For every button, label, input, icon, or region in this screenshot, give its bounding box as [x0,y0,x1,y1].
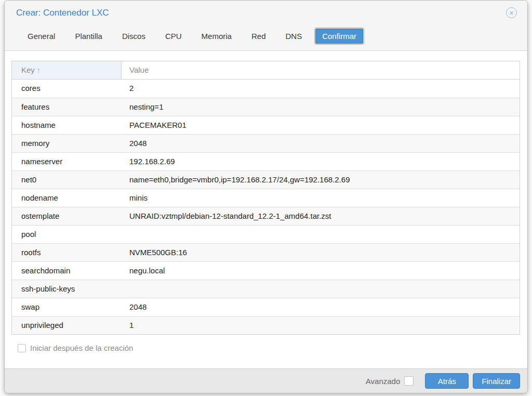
dialog-footer: Avanzado Atrás Finalizar [5,368,527,393]
row-value: 2048 [122,135,520,152]
row-key: features [12,98,122,116]
tab-dns[interactable]: DNS [279,29,308,43]
row-value: minis [122,189,520,207]
row-key: unprivileged [12,316,122,334]
tab-bar: GeneralPlantillaDiscosCPUMemoriaRedDNSCo… [21,27,516,45]
table-row[interactable]: swap 2048 [12,298,520,316]
tab-discos[interactable]: Discos [116,29,152,43]
row-value: NVME500GB:16 [122,244,520,261]
start-after-create-option: Iniciar después de la creación [18,344,527,352]
sort-ascending-icon: ↑ [37,65,41,74]
create-lxc-dialog: Crear: Contenedor LXC × GeneralPlantilla… [4,0,528,393]
row-value: negu.local [122,262,520,280]
row-key: nameserver [12,153,122,170]
table-row[interactable]: ssh-public-keys [12,280,520,298]
tab-confirmar[interactable]: Confirmar [315,29,363,44]
back-button[interactable]: Atrás [425,373,469,389]
tab-general[interactable]: General [21,29,61,43]
row-value [122,226,520,243]
advanced-label: Avanzado [366,377,400,386]
close-icon[interactable]: × [506,7,517,18]
table-row[interactable]: unprivileged 1 [12,316,520,334]
tab-cpu[interactable]: CPU [159,29,188,43]
tab-plantilla[interactable]: Plantilla [69,29,109,43]
row-value: nesting=1 [122,98,520,116]
advanced-checkbox[interactable] [404,376,414,386]
start-after-create-label: Iniciar después de la creación [30,344,133,352]
table-row[interactable]: ostemplate UNRAID:vztmpl/debian-12-stand… [12,207,520,225]
row-key: pool [12,226,122,243]
table-row[interactable]: nameserver 192.168.2.69 [12,152,520,170]
row-key: ostemplate [12,207,122,225]
table-row[interactable]: hostname PACEMAKER01 [12,116,520,134]
table-row[interactable]: rootfs NVME500GB:16 [12,243,520,261]
row-key: searchdomain [12,262,122,280]
key-column-label: Key [21,65,35,74]
row-value: PACEMAKER01 [122,116,520,134]
tab-red[interactable]: Red [245,29,272,43]
row-key: ssh-public-keys [12,280,122,298]
column-header-key[interactable]: Key↑ [12,61,122,79]
table-row[interactable]: memory 2048 [12,134,520,152]
table-row[interactable]: net0 name=eth0,bridge=vmbr0,ip=192.168.2… [12,170,520,189]
dialog-header: Crear: Contenedor LXC × GeneralPlantilla… [5,1,527,51]
finish-button[interactable]: Finalizar [473,373,520,389]
row-key: net0 [12,171,122,189]
table-row[interactable]: searchdomain negu.local [12,261,520,280]
confirm-settings-table: Key↑ Value cores 2 features nesting=1 ho… [11,61,520,335]
row-key: hostname [12,116,122,134]
tab-memoria[interactable]: Memoria [195,29,238,43]
row-key: nodename [12,189,122,207]
row-value: 1 [122,316,520,334]
row-key: cores [12,80,122,98]
row-value: name=eth0,bridge=vmbr0,ip=192.168.2.17/2… [122,171,520,189]
dialog-body: Key↑ Value cores 2 features nesting=1 ho… [5,61,527,379]
table-header-row: Key↑ Value [11,61,520,80]
row-value [122,280,520,298]
dialog-title: Crear: Contenedor LXC [16,7,516,19]
table-row[interactable]: pool [12,225,520,243]
row-key: memory [12,135,122,152]
start-after-create-checkbox[interactable] [18,344,26,352]
table-body: cores 2 features nesting=1 hostname PACE… [11,80,520,335]
table-row[interactable]: cores 2 [12,80,520,98]
table-row[interactable]: features nesting=1 [12,98,520,116]
row-value: 2 [122,80,520,98]
row-value: UNRAID:vztmpl/debian-12-standard_12.2-1_… [122,207,520,225]
row-key: swap [12,298,122,316]
value-column-label: Value [129,65,149,74]
row-value: 192.168.2.69 [122,153,520,170]
table-row[interactable]: nodename minis [12,189,520,207]
row-key: rootfs [12,244,122,261]
row-value: 2048 [122,298,520,316]
column-header-value[interactable]: Value [122,61,520,79]
